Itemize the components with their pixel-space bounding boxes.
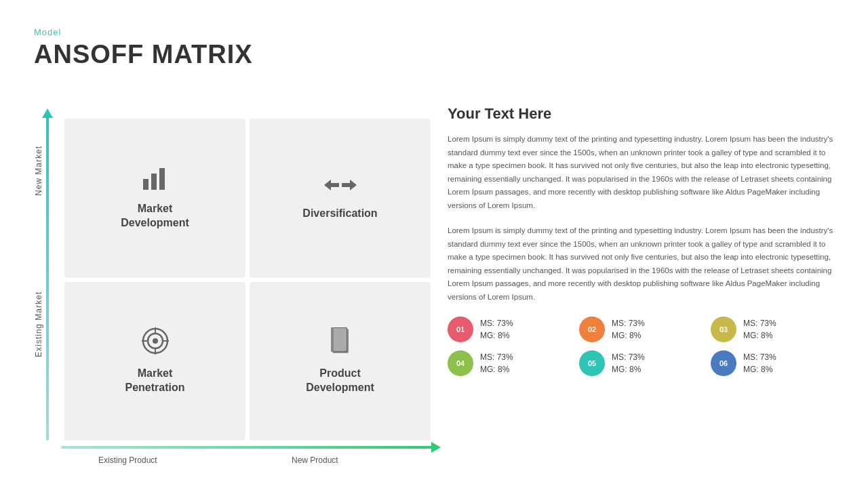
svg-rect-14	[332, 328, 347, 351]
stat-text-06: MS: 73%MG: 8%	[743, 351, 776, 375]
panel-title: Your Text Here	[448, 105, 834, 123]
stat-text-04: MS: 73%MG: 8%	[480, 351, 513, 375]
svg-marker-4	[342, 180, 357, 190]
matrix-grid: MarketDevelopment Diversification	[64, 119, 431, 441]
stat-item-03: 03MS: 73%MG: 8%	[711, 317, 834, 342]
stat-item-05: 05MS: 73%MG: 8%	[579, 350, 703, 376]
svg-marker-3	[324, 180, 339, 190]
paragraph-1: Lorem Ipsum is simply dummy text of the …	[448, 133, 834, 212]
cell-market-development: MarketDevelopment	[64, 119, 245, 278]
stat-badge-01: 01	[448, 317, 473, 342]
y-label-new-market: New Market	[34, 146, 43, 196]
product-development-label: ProductDevelopment	[306, 367, 374, 395]
x-axis-arrow	[61, 446, 434, 449]
stat-badge-02: 02	[579, 317, 605, 342]
svg-point-7	[153, 338, 158, 344]
svg-rect-1	[151, 174, 157, 190]
stat-text-01: MS: 73%MG: 8%	[480, 317, 513, 342]
svg-rect-15	[331, 327, 334, 352]
bar-chart-icon	[142, 165, 169, 195]
cell-market-penetration: MarketPenetration	[64, 282, 245, 441]
stat-badge-04: 04	[448, 350, 473, 376]
stat-item-04: 04MS: 73%MG: 8%	[448, 350, 571, 376]
stat-item-01: 01MS: 73%MG: 8%	[448, 317, 571, 342]
x-label-existing-product: Existing Product	[98, 455, 157, 465]
stats-grid: 01MS: 73%MG: 8%02MS: 73%MG: 8%03MS: 73%M…	[448, 317, 834, 376]
svg-rect-0	[143, 179, 149, 190]
arrows-icon	[324, 175, 357, 200]
stat-text-03: MS: 73%MG: 8%	[743, 317, 776, 342]
diversification-label: Diversification	[302, 207, 377, 221]
stat-item-06: 06MS: 73%MG: 8%	[711, 350, 834, 376]
x-label-new-product: New Product	[292, 455, 338, 465]
cell-product-development: ProductDevelopment	[250, 282, 431, 441]
stat-badge-05: 05	[579, 350, 605, 376]
stat-item-02: 02MS: 73%MG: 8%	[579, 317, 703, 342]
stat-text-05: MS: 73%MG: 8%	[612, 351, 645, 375]
right-panel: Your Text Here Lorem Ipsum is simply dum…	[448, 105, 834, 376]
stat-text-02: MS: 73%MG: 8%	[612, 317, 645, 342]
stat-badge-06: 06	[711, 350, 736, 376]
market-development-label: MarketDevelopment	[121, 202, 189, 230]
book-icon	[328, 327, 353, 360]
y-label-existing-market: Existing Market	[34, 291, 43, 357]
model-label: Model	[34, 27, 834, 37]
matrix-section: New Market Existing Market MarketDevelop…	[34, 108, 454, 461]
paragraph-2: Lorem Ipsum is simply dummy text of the …	[448, 224, 834, 304]
cell-diversification: Diversification	[250, 119, 431, 278]
target-icon	[142, 327, 169, 360]
page-title: ANSOFF MATRIX	[34, 40, 834, 69]
svg-rect-2	[159, 168, 165, 190]
y-axis-arrow	[46, 115, 49, 441]
market-penetration-label: MarketPenetration	[125, 367, 184, 395]
stat-badge-03: 03	[711, 317, 736, 342]
